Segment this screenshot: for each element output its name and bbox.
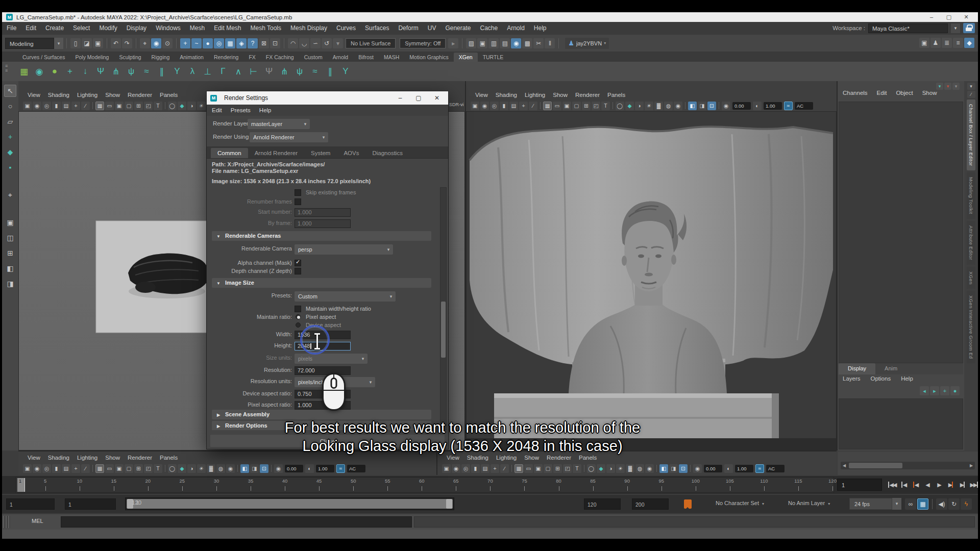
timeline-tick-35[interactable]: 35 xyxy=(251,478,251,492)
panel-menu-lighting[interactable]: Lighting xyxy=(77,455,97,461)
menu-mesh[interactable]: Mesh xyxy=(185,22,209,35)
range-slider[interactable]: 1 120 xyxy=(125,497,454,510)
camera-lock-icon[interactable]: ◉ xyxy=(480,102,489,110)
camera-bookmark-icon[interactable]: ▮ xyxy=(52,102,61,110)
timeline-tick-20[interactable]: 20 xyxy=(148,478,149,492)
image-plane-icon[interactable]: ▤ xyxy=(509,102,518,110)
maximize-icon[interactable]: ▢ xyxy=(940,12,958,22)
live-surface-field[interactable]: No Live Surface xyxy=(346,38,396,48)
menu-windows[interactable]: Windows xyxy=(151,22,185,35)
ac-toggle[interactable]: AC xyxy=(347,465,365,472)
lasso-select-tool-icon[interactable]: ○ xyxy=(4,100,16,112)
save-scene-icon[interactable]: ▣ xyxy=(93,38,103,48)
textured-mode-icon[interactable]: ◑ xyxy=(187,464,196,473)
scrollbar-thumb[interactable] xyxy=(849,463,902,468)
film-gate-icon[interactable]: ▭ xyxy=(105,464,114,473)
pause-render-icon[interactable]: ‖ xyxy=(545,38,555,48)
snap-together-icon[interactable]: ? xyxy=(248,38,258,48)
isolate-select-icon[interactable]: ⊡ xyxy=(707,102,716,110)
size-units-dropdown[interactable]: pixels xyxy=(295,354,368,364)
timeline-tick-100[interactable]: 100 xyxy=(696,478,696,492)
auto-keyframe-icon[interactable]: ϟ xyxy=(961,498,972,510)
safe-title-icon[interactable]: T xyxy=(154,464,162,473)
grease-pencil-icon[interactable]: ∕ xyxy=(81,464,90,473)
shaded-mode-icon[interactable]: ◆ xyxy=(178,464,186,473)
panel-menu-show[interactable]: Show xyxy=(105,455,120,461)
menu-edit-mesh[interactable]: Edit Mesh xyxy=(209,22,246,35)
gate-mask-icon[interactable]: ▢ xyxy=(125,102,133,110)
anti-aliasing-icon[interactable]: ◉ xyxy=(674,102,682,110)
isolate-select-icon[interactable]: ⊡ xyxy=(679,464,688,473)
horizontal-scrollbar[interactable]: ◀ ▶ xyxy=(841,462,975,469)
rotate-tool-icon[interactable]: ◆ xyxy=(4,146,16,158)
current-frame-field[interactable]: 1 xyxy=(837,479,882,491)
symmetry-field[interactable]: Symmetry: Off xyxy=(400,38,446,48)
highlight-selection-icon[interactable]: ⊡ xyxy=(270,38,280,48)
film-gate-icon[interactable]: ▭ xyxy=(524,464,533,473)
timeline-tick-45[interactable]: 45 xyxy=(319,478,320,492)
paint-effects-icon[interactable]: ▩ xyxy=(522,38,532,48)
xgen-shelf-tool-icon[interactable]: ∥ xyxy=(323,64,337,79)
anti-aliasing-icon[interactable]: ◉ xyxy=(645,464,654,473)
render-settings-tab-aovs[interactable]: AOVs xyxy=(337,148,365,158)
resolution-units-arrow-icon[interactable] xyxy=(366,377,375,387)
timeline-tick-115[interactable]: 115 xyxy=(798,478,799,492)
field-chart-icon[interactable]: ⊞ xyxy=(134,102,143,110)
viewport-right[interactable]: ViewShadingLightingShowRendererPanels ▣◉… xyxy=(466,81,837,450)
safe-action-icon[interactable]: ◰ xyxy=(563,464,572,473)
camera-select-icon[interactable]: ▣ xyxy=(442,464,451,473)
snap-point-icon[interactable]: ● xyxy=(203,38,213,48)
panel-menu-panels[interactable]: Panels xyxy=(579,455,597,461)
lights-toggle-icon[interactable]: ☀ xyxy=(616,464,625,473)
xgen-shelf-tool-icon[interactable]: Ψ xyxy=(93,64,108,79)
workspace-cube-icon[interactable]: ◆ xyxy=(964,38,974,48)
skip-existing-frames-checkbox[interactable] xyxy=(295,189,301,196)
four-pane-layout-icon[interactable]: ⊞ xyxy=(4,247,16,259)
camera-attributes-icon[interactable]: ◎ xyxy=(42,102,51,110)
menu-mesh-tools[interactable]: Mesh Tools xyxy=(246,22,286,35)
render-settings-tab-system[interactable]: System xyxy=(304,148,337,158)
timeline-tick-105[interactable]: 105 xyxy=(730,478,730,492)
panel-menu-shading[interactable]: Shading xyxy=(48,92,69,98)
snap-grid-icon[interactable]: + xyxy=(180,38,190,48)
anti-aliasing-icon[interactable]: ◉ xyxy=(226,464,235,473)
panel-menu-renderer[interactable]: Renderer xyxy=(128,92,152,98)
symmetry-arrow-icon[interactable]: ▸ xyxy=(448,38,458,48)
menu-create[interactable]: Create xyxy=(41,22,68,35)
menu-mesh-display[interactable]: Mesh Display xyxy=(286,22,332,35)
xray-mode-icon[interactable]: ◧ xyxy=(240,464,249,473)
minimize-icon[interactable]: – xyxy=(391,91,409,105)
xgen-shelf-tool-icon[interactable]: ≈ xyxy=(308,64,322,79)
presets-arrow-icon[interactable] xyxy=(386,291,396,302)
menu-set-value[interactable]: Modeling xyxy=(5,38,54,49)
playblast-display-icon[interactable]: ▦ xyxy=(917,498,928,510)
safe-action-icon[interactable]: ◰ xyxy=(592,102,600,110)
gamma-toggle-icon[interactable]: ◐ xyxy=(305,464,314,473)
resolution-field[interactable]: 72.000 xyxy=(295,366,351,375)
xgen-shelf-tool-icon[interactable]: ⊢ xyxy=(247,64,261,79)
snap-projected-center-icon[interactable]: ◎ xyxy=(214,38,224,48)
channel-menu-object[interactable]: Object xyxy=(896,90,913,96)
bookmark-icon[interactable] xyxy=(684,499,692,509)
channel-menu-show[interactable]: Show xyxy=(922,90,937,96)
create-empty-layer-icon[interactable]: + xyxy=(940,386,949,395)
surface-history-icon[interactable]: ∽ xyxy=(310,38,321,48)
camera-bookmark-icon[interactable]: ▮ xyxy=(500,102,508,110)
maintain-ratio-checkbox[interactable] xyxy=(295,306,301,312)
xgen-shelf-tool-icon[interactable]: Y xyxy=(170,64,184,79)
time-ruler[interactable]: 1 51015202530354045505560657075808590951… xyxy=(15,477,834,493)
pan-zoom-icon[interactable]: + xyxy=(71,102,80,110)
channel-display-mode-icon[interactable]: ▾ xyxy=(936,83,943,90)
safe-title-icon[interactable]: T xyxy=(154,102,162,110)
panel-menu-show[interactable]: Show xyxy=(553,92,568,98)
timeline-tick-15[interactable]: 15 xyxy=(114,478,114,492)
panel-menu-shading[interactable]: Shading xyxy=(48,455,69,461)
list-toggle-icon[interactable]: ≡ xyxy=(953,38,963,48)
play-forwards-button[interactable]: ▶ xyxy=(933,478,945,491)
menu-file[interactable]: File xyxy=(2,22,21,35)
timeline-tick-60[interactable]: 60 xyxy=(422,478,422,492)
xgen-shelf-tool-icon[interactable]: ⋔ xyxy=(109,64,123,79)
timeline-tick-10[interactable]: 10 xyxy=(80,478,80,492)
pan-zoom-icon[interactable]: + xyxy=(519,102,528,110)
panel-menu-view[interactable]: View xyxy=(28,455,40,461)
